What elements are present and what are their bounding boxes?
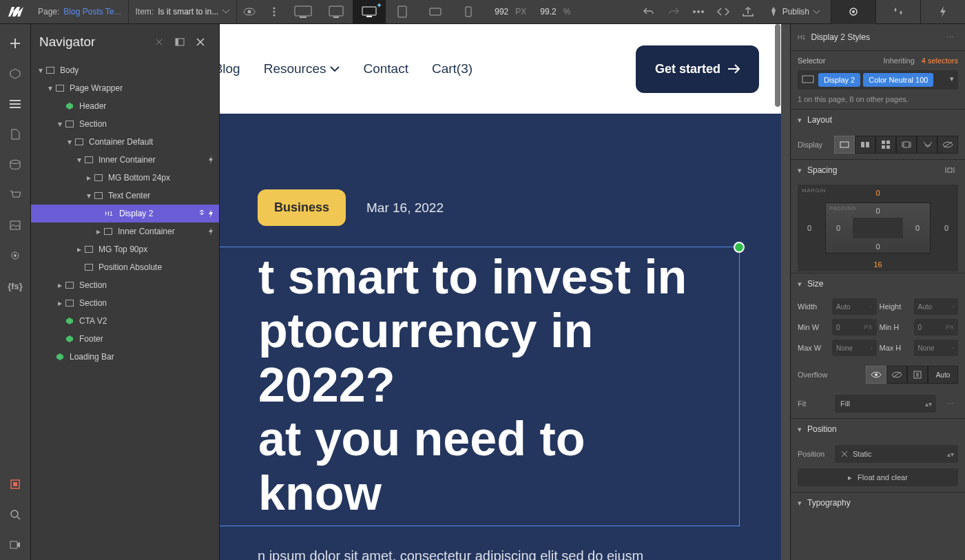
display-none[interactable] [937,136,958,154]
tree-row[interactable]: CTA V2 [31,312,219,330]
comments-icon[interactable] [686,0,711,24]
overflow-visible[interactable] [866,366,886,384]
tree-row[interactable]: ▸Section [31,294,219,312]
tree-row[interactable]: Footer [31,330,219,348]
spacing-editor[interactable]: MARGIN PADDING 0 16 0 0 0 0 0 0 [798,185,958,271]
search-icon[interactable] [0,499,31,530]
nav-blog[interactable]: Blog [220,61,240,76]
canvas-scrollbar[interactable] [775,24,780,107]
float-clear-toggle[interactable]: ▸Float and clear [798,468,958,486]
minh-input[interactable]: 0PX [914,319,959,335]
code-icon[interactable] [711,0,736,24]
breakpoint-xl[interactable] [287,0,320,24]
category-badge[interactable]: Business [258,189,346,226]
tab-style[interactable] [831,0,875,24]
breakpoint-mobile[interactable] [452,0,485,24]
ecommerce-icon[interactable] [0,180,31,210]
canvas-width[interactable]: 992 [492,7,511,17]
tree-row[interactable]: Loading Bar [31,348,219,366]
chevron-down-icon[interactable]: ▾ [950,74,954,83]
tree-row[interactable]: ▾Text Center [31,187,219,205]
tree-row[interactable]: H1Display 2 [31,205,219,222]
pin-icon[interactable] [149,32,169,52]
pages-icon[interactable] [0,119,31,149]
breakpoint-tablet[interactable] [386,0,419,24]
overflow-auto[interactable]: Auto [928,366,958,384]
section-layout[interactable]: Layout [807,115,832,125]
display-block[interactable] [834,136,855,154]
tree-row[interactable]: ▾Inner Container [31,151,219,169]
tree-row[interactable]: ▸Inner Container [31,222,219,240]
overflow-hidden[interactable] [886,366,907,384]
display-grid[interactable] [875,136,896,154]
dock-icon[interactable] [169,32,190,52]
position-select[interactable]: Static▴▾ [835,445,958,463]
preview-icon[interactable] [237,0,262,24]
class-pill[interactable]: Color Neutral 100 [863,73,933,87]
navigator-icon[interactable] [0,89,31,119]
post-title[interactable]: t smart to invest in ptocurrency in 2022… [220,247,740,526]
more-icon[interactable]: ⋯ [942,33,958,42]
svg-rect-48 [866,142,869,147]
tree-row[interactable]: ▾Page Wrapper [31,79,219,97]
section-typography[interactable]: Typography [807,498,851,508]
nav-cart[interactable]: Cart(3) [432,61,473,76]
tree-row[interactable]: ▾Section [31,115,219,133]
symbols-icon[interactable] [0,59,31,89]
undo-icon[interactable] [636,0,661,24]
cms-icon[interactable] [0,149,31,180]
nav-contact[interactable]: Contact [363,61,408,76]
audit-icon[interactable] [0,469,31,499]
export-icon[interactable] [736,0,760,24]
tab-interactions[interactable] [920,0,965,24]
height-input[interactable]: Auto- [914,298,959,315]
display-inline[interactable] [917,136,937,154]
section-size[interactable]: Size [807,279,823,289]
more-icon[interactable]: ⋯ [942,400,958,408]
canvas[interactable]: ome About Blog Resources Contact Cart(3)… [220,24,790,560]
tree-row[interactable]: Position Absolute [31,258,219,276]
fs-icon[interactable]: {fs} [0,271,31,301]
maxh-input[interactable]: None- [914,340,959,356]
tree-row[interactable]: ▸MG Bottom 24px [31,169,219,187]
assets-icon[interactable] [0,210,31,240]
redo-icon[interactable] [661,0,686,24]
settings-icon[interactable] [0,240,31,271]
section-spacing[interactable]: Spacing [807,165,837,175]
tree-row[interactable]: ▸Section [31,276,219,294]
inheriting-value[interactable]: 4 selectors [922,56,958,65]
selector-field[interactable]: Display 2 Color Neutral 100 ▾ [798,70,958,90]
section-position[interactable]: Position [807,424,837,434]
tab-settings[interactable] [875,0,920,24]
add-elements-icon[interactable] [0,28,31,59]
get-started-button[interactable]: Get started [636,45,759,93]
fit-select[interactable]: Fill▴▾ [835,395,936,413]
display-inline-block[interactable] [896,136,917,154]
breakpoint-desktop[interactable] [353,0,386,24]
publish-button[interactable]: Publish [760,7,828,17]
width-input[interactable]: Auto- [832,298,877,315]
maxw-input[interactable]: None- [832,340,877,356]
close-icon[interactable] [190,32,211,52]
display-flex[interactable] [855,136,875,154]
tree-row[interactable]: ▾Body [31,61,219,79]
item-selector[interactable]: Item: Is it smart to in... [129,0,238,24]
breakpoint-large[interactable] [320,0,353,24]
video-icon[interactable] [0,530,31,560]
spacing-expand-icon[interactable] [942,167,958,174]
tree-row[interactable]: ▸MG Top 90px [31,240,219,258]
tree-row[interactable]: ▾Container Default [31,133,219,151]
navigator-title: Navigator [39,34,149,50]
nav-resources[interactable]: Resources [264,61,340,76]
svg-rect-50 [886,141,890,144]
cms-bound-indicator-icon[interactable] [734,242,745,253]
more-icon[interactable] [262,0,287,24]
webflow-logo-icon[interactable] [0,0,31,24]
class-pill[interactable]: Display 2 [818,73,860,87]
breakpoint-mobile-landscape[interactable] [419,0,452,24]
minw-input[interactable]: 0PX [832,319,877,335]
tree-row[interactable]: Header [31,97,219,115]
page-selector[interactable]: Page: Blog Posts Te... [31,0,129,24]
zoom-value[interactable]: 99.2 [537,7,559,17]
overflow-scroll[interactable] [907,366,928,384]
